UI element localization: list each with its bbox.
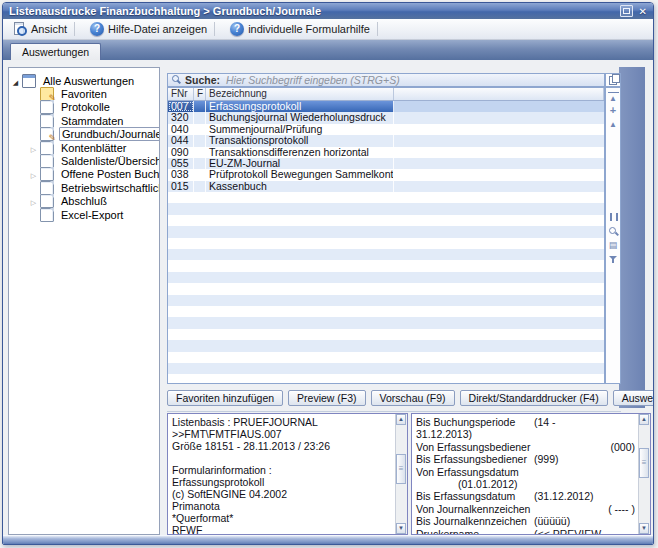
action-button[interactable]: Direkt/Standarddrucker (F4) — [460, 390, 608, 406]
tree-item[interactable]: Betriebswirtschaftliche Auswertungen — [9, 181, 159, 194]
table-row[interactable]: 007 Erfassungsprotokoll — [168, 101, 604, 112]
strip-icon[interactable] — [608, 254, 619, 265]
info-line: >>FMT\FMTFIAUS.007 — [172, 428, 396, 440]
cell-fnr: 090 — [168, 147, 194, 158]
cell-fnr: 007 — [168, 101, 194, 112]
table-row[interactable]: 090 Transaktionsdifferenzen horizontal — [168, 147, 604, 158]
table-row[interactable]: 040 Summenjournal/Prüfung — [168, 124, 604, 135]
tree-item[interactable]: Protokolle — [9, 101, 159, 114]
table-corner-cell[interactable] — [605, 73, 621, 87]
toolbar-button[interactable]: individuelle Formularhilfe — [224, 20, 387, 38]
tree-expander-icon[interactable] — [27, 168, 40, 180]
param-line: Bis Erfassungsdatum (31.12.2012) — [416, 490, 639, 502]
tree-expander-icon[interactable] — [27, 142, 40, 154]
column-header-f[interactable]: F — [194, 88, 206, 100]
cell-bezeichnung: Transaktionsdifferenzen horizontal — [206, 147, 394, 158]
action-button[interactable]: Auswertung drucken — [613, 390, 654, 406]
toolbar-label: Ansicht — [31, 23, 67, 35]
param-label: Bis Buchungsperiode — [416, 416, 515, 428]
tree-item[interactable]: Stammdaten — [9, 114, 159, 127]
action-button[interactable]: Favoriten hinzufügen — [167, 390, 283, 406]
scroll-down-icon[interactable]: ▼ — [396, 523, 406, 534]
info-line: (c) SoftENGINE 04.2002 — [172, 488, 396, 500]
params-scrollbar[interactable]: ▲ ▼ — [638, 414, 650, 534]
scroll-up-icon[interactable]: ▲ — [639, 414, 649, 425]
tree-item[interactable]: Abschluß — [9, 195, 159, 208]
cell-fnr: 320 — [168, 112, 194, 123]
sidebar-tree: Alle Auswertungen Favoriten Protokolle S… — [8, 67, 160, 535]
tree-item-icon — [40, 100, 54, 114]
tree-item[interactable]: Kontenblätter — [9, 141, 159, 154]
strip-icon[interactable] — [608, 119, 619, 130]
toolbar-icon — [90, 22, 104, 36]
tree-item[interactable]: Offene Posten Buchhaltung — [9, 168, 159, 181]
close-icon[interactable]: ✕ — [639, 6, 647, 17]
tree-expander-icon[interactable] — [27, 195, 40, 207]
cell-bezeichnung: Summenjournal/Prüfung — [206, 124, 394, 135]
param-label: Von Erfassungsdatum — [416, 466, 519, 478]
strip-icon[interactable] — [608, 226, 619, 237]
cell-bezeichnung: Transaktionsprotokoll — [206, 135, 394, 146]
tree-item[interactable]: Favoriten — [9, 87, 159, 100]
restore-icon[interactable] — [620, 5, 633, 17]
info-line: Primanota — [172, 500, 396, 512]
app-window: Listenausdrucke Finanzbuchhaltung > Grun… — [2, 2, 654, 545]
strip-icon[interactable] — [608, 240, 619, 251]
search-label: Suche: — [185, 74, 220, 86]
table-row[interactable]: 055 EU-ZM-Journal — [168, 158, 604, 169]
tree-item-icon — [40, 114, 54, 128]
param-line: Druckername (<< PREVIEW — [416, 528, 639, 534]
param-line: Von Journalkennzeichen ( ---- ) — [416, 503, 639, 515]
info-scrollbar[interactable]: ▲ ▼ — [395, 414, 407, 534]
strip-icon[interactable] — [608, 105, 619, 116]
tree-item[interactable]: Excel-Export — [9, 208, 159, 221]
scroll-up-icon[interactable]: ▲ — [396, 414, 406, 425]
toolbar: Ansicht Hilfe-Datei anzeigen individuell… — [3, 19, 653, 40]
param-line: 31.12.2013) — [416, 428, 639, 440]
toolbar-label: Hilfe-Datei anzeigen — [108, 23, 207, 35]
table-header[interactable]: FNr F Bezeichnung — [168, 88, 604, 101]
search-icon — [171, 75, 181, 85]
table-row[interactable]: 038 Prüfprotokoll Bewegungen Sammelkonte… — [168, 169, 604, 180]
scroll-thumb[interactable] — [396, 454, 406, 484]
table-rows: 007 Erfassungsprotokoll 320 Buchungsjour… — [168, 101, 604, 192]
table-row[interactable]: 320 Buchungsjournal Wiederholungsdruck — [168, 112, 604, 123]
column-header-fnr[interactable]: FNr — [168, 88, 194, 100]
window-title: Listenausdrucke Finanzbuchhaltung > Grun… — [9, 5, 321, 17]
tree-item[interactable]: Saldenliste/Übersicht — [9, 154, 159, 167]
tree-item[interactable]: Alle Auswertungen — [9, 74, 159, 87]
table-row[interactable]: 044 Transaktionsprotokoll — [168, 135, 604, 146]
cell-f — [194, 147, 206, 158]
tab-auswertungen[interactable]: Auswertungen — [10, 43, 101, 60]
cell-bezeichnung: Kassenbuch — [206, 181, 394, 192]
tree-item-icon — [40, 194, 54, 208]
search-bar[interactable]: Suche: Hier Suchbegriff eingeben (STRG+S… — [167, 73, 605, 87]
cell-fnr: 055 — [168, 158, 194, 169]
param-label: 31.12.2013) — [416, 428, 472, 440]
tree-item[interactable]: Grundbuch/Journale — [9, 128, 159, 141]
tree-item-icon — [40, 141, 54, 155]
cell-f — [194, 181, 206, 192]
cell-extra — [394, 147, 604, 158]
tree-expander-icon[interactable] — [9, 75, 22, 87]
toolbar-button[interactable]: Ansicht — [7, 20, 84, 38]
param-value: (14 - — [534, 416, 556, 428]
parameters-panel: Bis Buchungsperiode (14 - 31.12.2013) Vo… — [411, 413, 651, 535]
scroll-down-icon[interactable]: ▼ — [639, 523, 649, 534]
strip-icon[interactable] — [608, 91, 619, 102]
table-row[interactable]: 015 Kassenbuch — [168, 181, 604, 192]
scroll-thumb[interactable] — [639, 448, 649, 478]
action-button[interactable]: Preview (F3) — [288, 390, 366, 406]
toolbar-button[interactable]: Hilfe-Datei anzeigen — [84, 20, 224, 38]
cell-fnr: 040 — [168, 124, 194, 135]
column-header-bez[interactable]: Bezeichnung — [206, 88, 394, 100]
action-button[interactable]: Vorschau (F9) — [371, 390, 455, 406]
cell-bezeichnung: EU-ZM-Journal — [206, 158, 394, 169]
cell-fnr: 038 — [168, 169, 194, 180]
strip-icon[interactable] — [608, 212, 619, 223]
cell-f — [194, 169, 206, 180]
cell-bezeichnung: Buchungsjournal Wiederholungsdruck — [206, 112, 394, 123]
toolbar-icon — [13, 22, 27, 36]
column-header-extra[interactable] — [394, 88, 604, 100]
action-button-row: Favoriten hinzufügenPreview (F3)Vorschau… — [167, 388, 621, 412]
